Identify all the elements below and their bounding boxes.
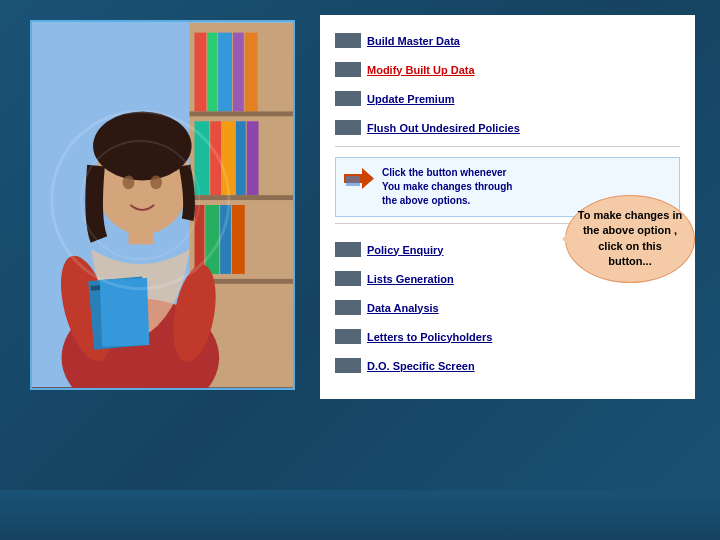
menu-item-do-specific[interactable]: D.O. Specific Screen (335, 355, 680, 376)
modify-built-label: Modify Built Up Data (367, 64, 475, 76)
svg-rect-2 (195, 33, 207, 112)
svg-point-24 (93, 111, 191, 180)
menu-item-update-premium[interactable]: Update Premium (335, 88, 680, 109)
svg-rect-17 (190, 195, 293, 200)
letters-label: Letters to Policyholders (367, 331, 492, 343)
instruction-line2: You make changes through (382, 181, 512, 192)
lists-generation-label: Lists Generation (367, 273, 454, 285)
svg-rect-4 (218, 33, 232, 112)
instruction-text: Click the button whenever You make chang… (382, 166, 512, 208)
person-illustration (32, 20, 293, 390)
svg-rect-15 (232, 205, 245, 274)
update-premium-icon (335, 91, 361, 106)
svg-rect-14 (220, 205, 231, 274)
arrow-icon (344, 166, 374, 191)
lists-generation-icon (335, 271, 361, 286)
do-specific-icon (335, 358, 361, 373)
svg-rect-3 (207, 33, 217, 112)
menu-item-letters[interactable]: Letters to Policyholders (335, 326, 680, 347)
menu-item-modify-built[interactable]: Modify Built Up Data (335, 59, 680, 80)
photo-area (30, 20, 295, 390)
flush-out-label: Flush Out Undesired Policies (367, 122, 520, 134)
svg-rect-13 (205, 205, 219, 274)
slide-container: Build Master Data Modify Built Up Data U… (0, 0, 720, 540)
build-master-label: Build Master Data (367, 35, 460, 47)
tooltip-bubble: To make changes in the above option , cl… (565, 195, 695, 283)
bottom-bar (0, 490, 720, 540)
letters-icon (335, 329, 361, 344)
data-analysis-label: Data Analysis (367, 302, 439, 314)
menu-item-data-analysis[interactable]: Data Analysis (335, 297, 680, 318)
menu-item-build-master[interactable]: Build Master Data (335, 30, 680, 51)
svg-point-25 (123, 175, 135, 189)
policy-enquiry-label: Policy Enquiry (367, 244, 443, 256)
flush-out-icon (335, 120, 361, 135)
photo-placeholder (32, 22, 293, 388)
instruction-line3: the above options. (382, 195, 470, 206)
build-master-icon (335, 33, 361, 48)
tooltip-text: To make changes in the above option , cl… (578, 209, 682, 267)
update-premium-label: Update Premium (367, 93, 454, 105)
instruction-line1: Click the button whenever (382, 167, 506, 178)
svg-rect-16 (190, 111, 293, 116)
svg-rect-5 (233, 33, 244, 112)
menu-item-flush-out[interactable]: Flush Out Undesired Policies (335, 117, 680, 138)
svg-point-26 (150, 175, 162, 189)
svg-rect-33 (346, 176, 360, 186)
modify-built-icon (335, 62, 361, 77)
policy-enquiry-icon (335, 242, 361, 257)
svg-rect-6 (245, 33, 258, 112)
data-analysis-icon (335, 300, 361, 315)
divider-1 (335, 146, 680, 147)
svg-rect-10 (236, 121, 246, 195)
svg-rect-11 (247, 121, 259, 195)
do-specific-label: D.O. Specific Screen (367, 360, 475, 372)
